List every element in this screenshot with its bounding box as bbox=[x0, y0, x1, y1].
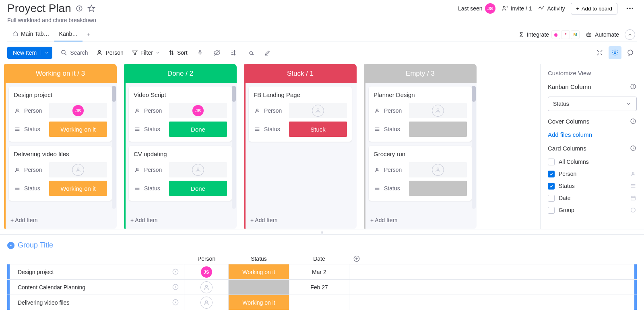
card-column-option[interactable]: Person bbox=[548, 170, 637, 177]
add-item-button[interactable]: + Add Item bbox=[4, 211, 117, 229]
empty-person-icon[interactable] bbox=[192, 164, 204, 176]
search-button[interactable]: Search bbox=[60, 49, 88, 56]
collapse-header-button[interactable] bbox=[625, 29, 635, 40]
card-column-option[interactable]: All Columns bbox=[548, 158, 637, 165]
table-row[interactable]: Delivering video files Working on it bbox=[7, 295, 637, 310]
hide-button[interactable] bbox=[213, 48, 221, 57]
info-icon[interactable] bbox=[75, 4, 83, 12]
card-column-option[interactable]: Status bbox=[548, 182, 637, 190]
scrollbar-thumb[interactable] bbox=[112, 86, 116, 102]
column-header[interactable]: Done / 2 bbox=[124, 64, 237, 83]
scrollbar-thumb[interactable] bbox=[232, 86, 236, 102]
person-filter-button[interactable]: Person bbox=[96, 49, 123, 56]
cell-person[interactable] bbox=[184, 280, 229, 295]
avatar[interactable]: JS bbox=[72, 105, 84, 116]
empty-person-icon[interactable] bbox=[312, 105, 324, 117]
more-menu-button[interactable] bbox=[623, 2, 637, 15]
tab-main[interactable]: Main Tab… bbox=[7, 28, 54, 41]
group-collapse-button[interactable] bbox=[7, 242, 14, 249]
person-cell[interactable]: JS bbox=[169, 103, 227, 118]
chat-icon[interactable] bbox=[171, 268, 180, 276]
status-value[interactable]: Working on it bbox=[49, 181, 107, 196]
kanban-column-select[interactable]: Status bbox=[548, 97, 637, 111]
empty-person-icon[interactable] bbox=[72, 164, 84, 176]
col-person[interactable]: Person bbox=[184, 256, 229, 262]
integrate-button[interactable]: Integrate ◉ * M bbox=[518, 30, 580, 39]
empty-person-icon[interactable] bbox=[200, 297, 213, 309]
add-files-column-link[interactable]: Add files column bbox=[548, 131, 637, 138]
status-value[interactable]: Done bbox=[169, 122, 227, 137]
cell-person[interactable]: JS bbox=[184, 264, 229, 279]
add-column-button[interactable] bbox=[349, 255, 364, 262]
column-header[interactable]: Empty / 3 bbox=[364, 64, 477, 83]
empty-person-icon[interactable] bbox=[432, 164, 444, 176]
column-header[interactable]: Stuck / 1 bbox=[244, 64, 357, 83]
card-column-option[interactable]: Date bbox=[548, 194, 637, 202]
empty-person-icon[interactable] bbox=[432, 105, 444, 117]
kanban-card[interactable]: Delivering video files Person Status Wor… bbox=[9, 146, 112, 201]
checkbox[interactable] bbox=[548, 171, 555, 177]
col-date[interactable]: Date bbox=[289, 256, 349, 262]
kanban-card[interactable]: Video Script Person JS Status Done bbox=[129, 87, 232, 142]
person-cell[interactable] bbox=[409, 162, 467, 177]
cell-status[interactable]: Working on it bbox=[229, 295, 289, 310]
avatar[interactable]: JS bbox=[201, 266, 212, 278]
invite-button[interactable]: Invite / 1 bbox=[501, 5, 532, 12]
col-status[interactable]: Status bbox=[229, 256, 289, 262]
kanban-card[interactable]: CV updating Person Status Done bbox=[129, 146, 232, 201]
chat-icon[interactable] bbox=[171, 298, 180, 307]
checkbox[interactable] bbox=[548, 207, 555, 214]
status-value[interactable]: Working on it bbox=[49, 122, 107, 137]
table-row[interactable]: Design project JS Working on it Mar 2 bbox=[7, 264, 637, 279]
color-button[interactable] bbox=[246, 48, 255, 57]
cell-status[interactable]: Working on it bbox=[229, 264, 289, 279]
cell-person[interactable] bbox=[184, 295, 229, 310]
table-row[interactable]: Content Calendar Planning Feb 27 bbox=[7, 279, 637, 295]
empty-person-icon[interactable] bbox=[200, 281, 213, 293]
info-icon[interactable] bbox=[630, 118, 637, 125]
card-column-option[interactable]: Group bbox=[548, 206, 637, 214]
kanban-card[interactable]: Planner Design Person Status bbox=[369, 87, 472, 142]
tab-kanban[interactable]: Kanb… bbox=[54, 28, 83, 41]
collapse-kanban-button[interactable] bbox=[593, 46, 606, 59]
edit-button[interactable] bbox=[263, 48, 272, 57]
checkbox[interactable] bbox=[548, 159, 555, 165]
person-cell[interactable] bbox=[169, 162, 227, 177]
chat-icon[interactable] bbox=[171, 283, 180, 292]
status-value[interactable]: Done bbox=[169, 181, 227, 196]
group-title[interactable]: Group Title bbox=[18, 241, 53, 249]
add-item-button[interactable]: + Add Item bbox=[364, 211, 477, 229]
cell-date[interactable] bbox=[289, 295, 349, 310]
checkbox[interactable] bbox=[548, 183, 555, 190]
scrollbar[interactable] bbox=[472, 86, 476, 209]
status-value[interactable] bbox=[409, 122, 467, 137]
cell-name[interactable]: Delivering video files bbox=[10, 295, 184, 310]
kanban-card[interactable]: FB Landing Page Person Status Stuck bbox=[249, 87, 352, 142]
scrollbar[interactable] bbox=[232, 86, 236, 209]
person-cell[interactable] bbox=[289, 103, 347, 118]
settings-button[interactable] bbox=[609, 46, 621, 59]
add-view-button[interactable]: + bbox=[83, 29, 95, 41]
comments-button[interactable] bbox=[624, 46, 637, 59]
height-button[interactable] bbox=[229, 48, 238, 57]
pin-button[interactable] bbox=[196, 48, 204, 57]
person-cell[interactable] bbox=[409, 103, 467, 118]
add-item-button[interactable]: + Add Item bbox=[244, 211, 357, 229]
cell-name[interactable]: Design project bbox=[10, 264, 184, 279]
sort-button[interactable]: Sort bbox=[168, 49, 188, 56]
pane-splitter[interactable]: ⠿ bbox=[0, 229, 644, 235]
scrollbar[interactable] bbox=[112, 86, 116, 209]
cell-date[interactable]: Feb 27 bbox=[289, 280, 349, 295]
cell-date[interactable]: Mar 2 bbox=[289, 264, 349, 279]
kanban-card[interactable]: Grocery run Person Status bbox=[369, 146, 472, 201]
checkbox[interactable] bbox=[548, 195, 555, 202]
new-item-button[interactable]: New Item bbox=[7, 47, 52, 59]
add-to-board-button[interactable]: + Add to board bbox=[571, 3, 617, 14]
info-icon[interactable] bbox=[630, 83, 637, 90]
scrollbar-thumb[interactable] bbox=[472, 86, 476, 102]
person-cell[interactable] bbox=[49, 162, 107, 177]
filter-button[interactable]: Filter bbox=[132, 49, 160, 56]
kanban-card[interactable]: Design project Person JS Status Working … bbox=[9, 87, 112, 142]
avatar[interactable]: JS bbox=[192, 105, 204, 116]
person-cell[interactable]: JS bbox=[49, 103, 107, 118]
